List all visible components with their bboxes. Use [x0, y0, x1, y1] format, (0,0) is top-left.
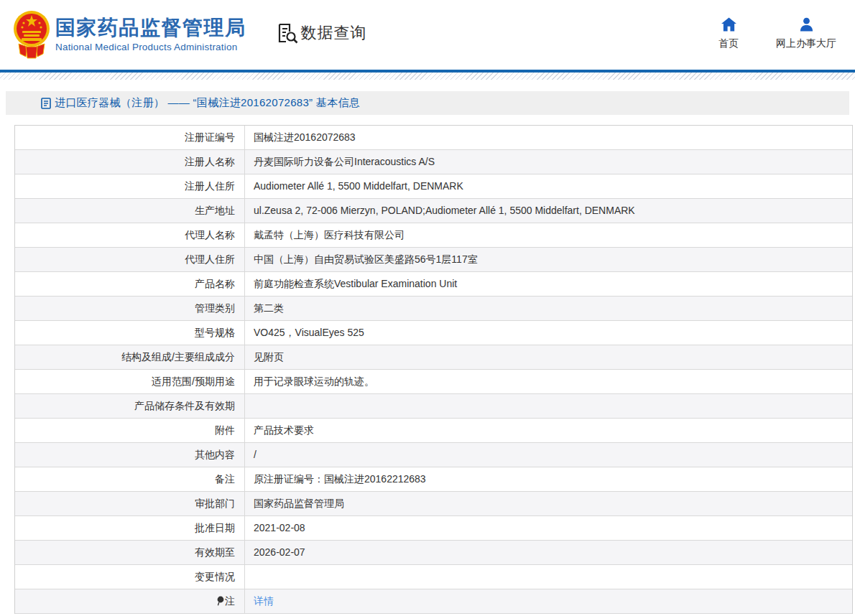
note-icon [216, 596, 224, 606]
row-label: 结构及组成/主要组成成分 [15, 345, 245, 369]
row-value: 丹麦国际听力设备公司Interacoustics A/S [245, 150, 852, 174]
table-row: 注详情 [15, 589, 852, 614]
info-table: 注册证编号国械注进20162072683注册人名称丹麦国际听力设备公司Inter… [14, 125, 853, 614]
row-value: 国械注进20162072683 [245, 126, 852, 149]
table-row: 型号规格VO425，VisualEyes 525 [15, 321, 852, 345]
row-label: 附件 [15, 419, 245, 442]
row-label: 注册人住所 [15, 174, 245, 198]
org-name-cn: 国家药品监督管理局 [55, 17, 246, 39]
user-icon [799, 17, 814, 32]
header-nav: 首页 网上办事大厅 [718, 17, 836, 50]
row-value: 第二类 [245, 297, 852, 320]
table-row: 注册人住所Audiometer Allé 1, 5500 Middelfart,… [15, 174, 852, 199]
nav-item-home[interactable]: 首页 [718, 17, 739, 50]
table-row: 备注原注册证编号：国械注进20162212683 [15, 467, 852, 492]
row-label: 其他内容 [15, 443, 245, 467]
row-label: 代理人住所 [15, 248, 245, 271]
nav-home-label: 首页 [718, 37, 739, 50]
table-row: 结构及组成/主要组成成分见附页 [15, 345, 852, 370]
row-value: 中国（上海）自由贸易试验区美盛路56号1层117室 [245, 248, 852, 271]
breadcrumb-text: 进口医疗器械（注册） —— “国械注进20162072683” 基本信息 [55, 96, 360, 110]
row-label: 代理人名称 [15, 223, 245, 247]
row-value [245, 394, 852, 418]
row-label: 批准日期 [15, 516, 245, 540]
row-label: 注册人名称 [15, 150, 245, 174]
table-row: 管理类别第二类 [15, 297, 852, 321]
row-value [245, 565, 852, 589]
table-row: 批准日期2021-02-08 [15, 516, 852, 541]
row-value: ul.Zeusa 2, 72-006 Mierzyn, POLAND;Audio… [245, 199, 852, 223]
table-row: 产品储存条件及有效期 [15, 394, 852, 419]
row-label: 有效期至 [15, 541, 245, 564]
row-label: 备注 [15, 467, 245, 491]
org-name-en: National Medical Products Administration [55, 42, 246, 52]
table-row: 代理人名称戴孟特（上海）医疗科技有限公司 [15, 223, 852, 248]
row-value: 见附页 [245, 345, 852, 369]
details-link[interactable]: 详情 [254, 595, 274, 607]
home-icon [721, 17, 736, 32]
table-row: 生产地址ul.Zeusa 2, 72-006 Mierzyn, POLAND;A… [15, 199, 852, 223]
table-row: 适用范围/预期用途用于记录眼球运动的轨迹。 [15, 370, 852, 394]
hatch-texture-band [0, 73, 855, 80]
data-query-label: 数据查询 [301, 22, 367, 44]
table-row: 注册证编号国械注进20162072683 [15, 126, 852, 150]
table-row: 代理人住所中国（上海）自由贸易试验区美盛路56号1层117室 [15, 248, 852, 272]
row-label: 注 [15, 589, 245, 613]
table-row: 产品名称前庭功能检查系统Vestibular Examination Unit [15, 272, 852, 297]
nav-item-online-hall[interactable]: 网上办事大厅 [776, 17, 836, 50]
table-row: 有效期至2026-02-07 [15, 541, 852, 565]
row-value: 前庭功能检查系统Vestibular Examination Unit [245, 272, 852, 296]
row-label: 审批部门 [15, 492, 245, 515]
row-label: 变更情况 [15, 565, 245, 589]
org-titles: 国家药品监督管理局 National Medical Products Admi… [55, 17, 246, 53]
table-row: 附件产品技术要求 [15, 419, 852, 443]
nav-hall-label: 网上办事大厅 [776, 37, 836, 50]
row-value: 详情 [245, 589, 852, 613]
table-row: 变更情况 [15, 565, 852, 589]
row-label: 产品名称 [15, 272, 245, 296]
row-label: 适用范围/预期用途 [15, 370, 245, 393]
row-value: 2021-02-08 [245, 516, 852, 540]
site-header: 国家药品监督管理局 National Medical Products Admi… [0, 0, 855, 70]
table-row: 其他内容/ [15, 443, 852, 467]
row-value: 2026-02-07 [245, 541, 852, 564]
data-query-section[interactable]: 数据查询 [277, 22, 367, 44]
row-value: 原注册证编号：国械注进20162212683 [245, 467, 852, 491]
row-label: 注册证编号 [15, 126, 245, 149]
row-label: 产品储存条件及有效期 [15, 394, 245, 418]
row-value: / [245, 443, 852, 467]
row-value: 戴孟特（上海）医疗科技有限公司 [245, 223, 852, 247]
breadcrumb: 进口医疗器械（注册） —— “国械注进20162072683” 基本信息 [6, 91, 849, 115]
row-value: Audiometer Allé 1, 5500 Middelfart, DENM… [245, 174, 852, 198]
national-emblem-logo [13, 9, 50, 62]
row-value: 国家药品监督管理局 [245, 492, 852, 515]
row-value: 产品技术要求 [245, 419, 852, 442]
document-icon [41, 98, 51, 109]
row-label: 型号规格 [15, 321, 245, 345]
table-row: 审批部门国家药品监督管理局 [15, 492, 852, 516]
document-search-icon [277, 22, 298, 44]
table-row: 注册人名称丹麦国际听力设备公司Interacoustics A/S [15, 150, 852, 174]
row-label: 管理类别 [15, 297, 245, 320]
row-value: VO425，VisualEyes 525 [245, 321, 852, 345]
row-value: 用于记录眼球运动的轨迹。 [245, 370, 852, 393]
row-label: 生产地址 [15, 199, 245, 223]
